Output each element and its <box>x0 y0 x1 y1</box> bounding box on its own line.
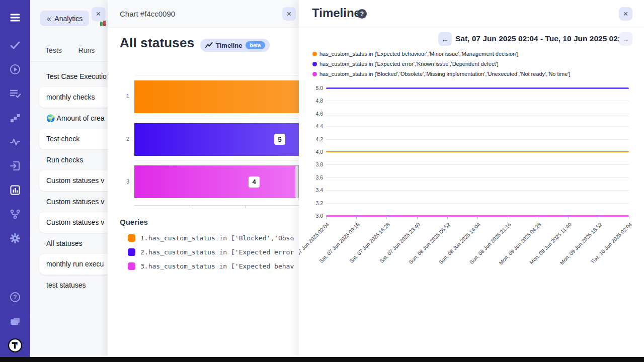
band-separator <box>134 118 299 119</box>
help-question-icon[interactable]: ? <box>9 291 21 303</box>
list-item[interactable]: Custom statuses v <box>39 212 108 233</box>
legend-item[interactable]: has_custom_status in ['Expected behaviou… <box>312 49 570 59</box>
legend-item[interactable]: has_custom_status in ['Blocked','Obsolet… <box>312 69 570 79</box>
query-row: 2.has_custom_status in ['Expected error <box>128 248 294 256</box>
band-separator <box>134 75 299 76</box>
close-icon: × <box>623 9 628 19</box>
chart-drawer-title: Chart #f4cc0090 <box>120 10 175 18</box>
query-text: 3.has_custom_status in ['Expected behav <box>140 262 294 270</box>
gridline <box>326 164 629 165</box>
mini-chart-red-bar <box>103 21 106 26</box>
list-item[interactable]: Run checks <box>30 149 108 170</box>
prev-range-button[interactable]: ← <box>438 32 452 46</box>
beta-badge: beta <box>246 41 266 49</box>
list-item[interactable]: Test check <box>39 129 108 150</box>
list-item[interactable]: Custom statuses v <box>30 191 108 212</box>
date-range-label: Sat, 07 Jun 2025 02:04 - Tue, 10 Jun 202… <box>455 34 629 43</box>
series-line-2 <box>326 151 629 152</box>
analytics-tabs: Tests Runs <box>30 46 108 54</box>
mini-chart-green-bar <box>100 22 103 26</box>
gridline <box>326 114 629 114</box>
gridline <box>326 126 629 127</box>
runs-play-icon[interactable] <box>9 63 21 75</box>
list-item[interactable]: test statuses <box>30 275 108 296</box>
query-row: 3.has_custom_status in ['Expected behav <box>128 262 294 270</box>
band-separator <box>134 160 299 161</box>
query-text: 2.has_custom_status in ['Expected error <box>140 248 294 256</box>
branches-fork-icon[interactable] <box>9 208 21 220</box>
menu-icon[interactable] <box>9 12 21 24</box>
x-axis-tick <box>508 216 508 219</box>
timeline-badge-label: Timeline <box>216 42 243 49</box>
query-color-swatch <box>128 262 135 270</box>
y-axis-tick-label: 4.2 <box>308 136 323 142</box>
list-item[interactable]: Custom statuses v <box>39 170 108 192</box>
y-axis-tick-label: 4.0 <box>308 149 323 155</box>
timeline-chart: 5.04.84.64.44.24.03.83.63.43.23.0Sat, 07… <box>299 80 644 282</box>
query-row: 1.has_custom_status in ['Blocked','Obso <box>128 234 294 242</box>
next-range-button[interactable]: → <box>619 32 632 46</box>
y-axis-tick-label: 3.0 <box>308 213 323 219</box>
legend-item[interactable]: has_custom_status in ['Expected error','… <box>312 59 570 69</box>
query-text: 1.has_custom_status in ['Blocked','Obso <box>140 234 294 242</box>
y-axis-tick-label: 5.0 <box>308 85 323 91</box>
bar-category-label: 2 <box>124 136 132 142</box>
list-item[interactable]: monthly run execu <box>39 254 108 275</box>
legend-dot <box>312 52 317 56</box>
suites-list-check-icon[interactable] <box>9 87 21 100</box>
chart-close-button[interactable]: × <box>282 7 296 21</box>
chart-drawer: Chart #f4cc0090 × All statuses Timeline … <box>108 0 299 357</box>
svg-text:?: ? <box>13 294 17 301</box>
help-circle-icon[interactable]: ? <box>357 9 367 19</box>
legend-text: has_custom_status in ['Blocked','Obsolet… <box>319 71 570 77</box>
legend-dot <box>312 72 317 76</box>
x-axis-tick <box>569 216 569 219</box>
tab-tests[interactable]: Tests <box>45 46 62 54</box>
gridline <box>326 177 629 178</box>
analytics-panel-title: Analytics <box>54 15 83 23</box>
gridline <box>326 139 629 140</box>
bar-value-label: 4 <box>249 176 260 188</box>
settings-gear-icon[interactable] <box>9 232 21 244</box>
timeline-title: Timeline <box>312 6 361 20</box>
trend-line-icon <box>205 42 213 48</box>
list-item[interactable]: All statuses <box>30 233 108 254</box>
bottom-black-bar <box>0 357 644 362</box>
y-axis-tick-label: 3.2 <box>308 200 323 206</box>
y-axis-tick-label: 3.4 <box>308 187 323 193</box>
query-color-swatch <box>128 234 135 242</box>
analytics-bar-chart-icon[interactable] <box>9 184 21 196</box>
timeline-drawer: Timeline ? × ← Sat, 07 Jun 2025 02:04 - … <box>299 0 644 357</box>
list-item[interactable]: 🌍 Amount of crea <box>30 108 108 129</box>
x-axis-tick <box>477 216 478 219</box>
analytics-collapse-pill[interactable]: « Analytics <box>40 11 89 26</box>
testomat-logo[interactable] <box>8 338 23 353</box>
close-icon: × <box>96 9 101 19</box>
legend-text: has_custom_status in ['Expected error','… <box>319 61 499 67</box>
collapse-chevrons-icon: « <box>47 14 51 23</box>
import-sign-in-icon[interactable] <box>9 160 21 172</box>
bar-series-1[interactable] <box>134 80 299 113</box>
pulse-activity-icon[interactable] <box>9 136 21 148</box>
x-axis-tick <box>599 216 599 219</box>
chart-scrollbar-thumb[interactable] <box>295 166 298 198</box>
tab-runs[interactable]: Runs <box>78 46 95 54</box>
x-axis-tick <box>386 216 387 219</box>
queries-heading: Queries <box>120 218 148 226</box>
timeline-toggle-badge[interactable]: Timeline beta <box>200 39 270 52</box>
analytics-close-button[interactable]: × <box>92 7 105 21</box>
y-axis-tick-label: 4.8 <box>308 98 323 104</box>
y-axis-tick-label: 3.8 <box>308 161 323 167</box>
list-item[interactable]: monthly checks <box>39 87 108 108</box>
x-axis-tick <box>417 216 418 219</box>
app-window: ? « Analytics × Tests Runs <box>0 0 644 362</box>
milestones-steps-icon[interactable] <box>9 112 21 124</box>
projects-folders-icon[interactable] <box>9 315 21 327</box>
tests-check-icon[interactable] <box>9 39 21 51</box>
bar-series-3[interactable] <box>134 165 299 198</box>
timeline-close-button[interactable]: × <box>619 7 632 21</box>
series-line-1 <box>326 87 629 89</box>
list-item[interactable]: Test Case Executio <box>30 66 108 87</box>
bar-category-label: 1 <box>124 93 132 99</box>
bar-axis-tick <box>190 206 190 208</box>
